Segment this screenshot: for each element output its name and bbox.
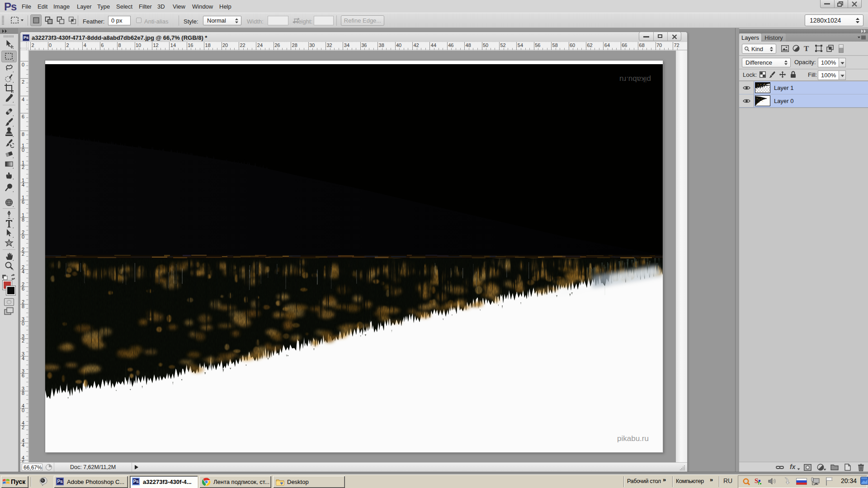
svg-text:pikabu.ru: pikabu.ru bbox=[617, 434, 649, 443]
svg-text:S: S bbox=[755, 477, 758, 484]
svg-text:pikabu.ru: pikabu.ru bbox=[619, 75, 651, 84]
